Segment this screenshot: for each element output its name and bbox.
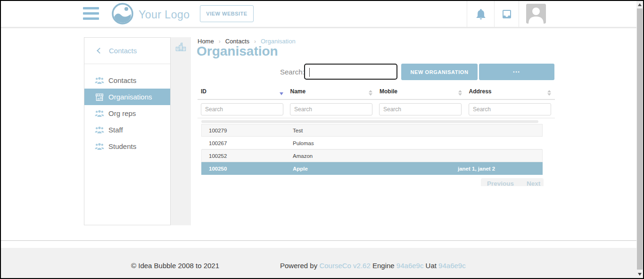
logo-text: Your Logo (139, 8, 190, 21)
sidebar-item-label: Contacts (108, 76, 136, 84)
people-group-icon (95, 126, 104, 134)
table-row[interactable]: 100267 Pulomas (201, 137, 543, 149)
global-search-input[interactable] (304, 64, 397, 80)
table-row[interactable]: 100279 Test (201, 124, 543, 137)
sort-desc-icon (280, 90, 283, 95)
sidebar-item-organisations[interactable]: Organisations (84, 89, 170, 105)
user-avatar[interactable] (526, 4, 546, 24)
logo[interactable]: Your Logo (111, 2, 190, 27)
sidebar-item-contacts[interactable]: Contacts (84, 72, 170, 89)
column-header-address[interactable]: Address (466, 88, 555, 98)
sidebar-collapsed-strip (171, 37, 191, 225)
content-bottom-divider (1, 240, 636, 241)
horizontal-scrollbar[interactable] (201, 120, 538, 123)
sidebar: Contacts Contacts (84, 37, 171, 225)
powered-by-text: Powered by CourseCo v2.62 Engine 94a6e9c… (280, 262, 466, 270)
pagination-next-button[interactable]: Next (527, 180, 540, 186)
vertical-scrollbar[interactable] (636, 1, 643, 278)
header-divider (494, 1, 495, 27)
filter-input-address[interactable] (469, 103, 551, 115)
filter-input-name[interactable] (290, 103, 372, 115)
table-row-selected[interactable]: 100250 Apple janet 1, janet 2 (201, 162, 543, 175)
header-divider (519, 1, 519, 27)
uat-hash-link[interactable]: 94a6e9c (438, 262, 466, 270)
filter-input-mobile[interactable] (379, 103, 462, 115)
sidebar-item-staff[interactable]: Staff (84, 122, 170, 138)
sidebar-back-header[interactable]: Contacts (84, 38, 170, 64)
header-divider (467, 1, 467, 27)
table-row[interactable]: 100252 Amazon (201, 149, 543, 162)
sidebar-item-label: Students (108, 142, 136, 150)
sidebar-menu: Contacts Organisations (84, 64, 170, 155)
footer: © Idea Bubble 2008 to 2021 Powered by Co… (1, 248, 636, 278)
storefront-icon (95, 93, 104, 101)
people-group-icon (95, 109, 104, 118)
more-actions-button[interactable]: ••• (479, 64, 554, 80)
inbox-icon[interactable] (501, 8, 513, 22)
text-caret (309, 68, 310, 77)
filter-input-id[interactable] (201, 103, 283, 115)
scroll-up-arrow-icon[interactable] (638, 3, 642, 6)
sidebar-item-label: Organisations (108, 93, 152, 101)
search-label: Search: (280, 68, 305, 76)
sort-both-icon (547, 90, 551, 96)
logo-image-icon (111, 2, 134, 27)
copyright-text: © Idea Bubble 2008 to 2021 (131, 262, 219, 270)
table-header: ID Name Mobile Address (198, 88, 555, 98)
column-header-mobile[interactable]: Mobile (376, 88, 466, 98)
sidebar-item-org-reps[interactable]: Org reps (84, 105, 170, 122)
table-header-divider (198, 99, 555, 100)
column-header-name[interactable]: Name (287, 88, 377, 98)
filters-divider (198, 118, 555, 118)
top-header: Your Logo VIEW WEBSITE (1, 1, 636, 28)
people-group-icon (95, 142, 104, 151)
engine-hash-link[interactable]: 94a6e9c (396, 262, 424, 270)
scroll-down-arrow-icon[interactable] (638, 273, 642, 276)
scrollbar-thumb[interactable] (637, 8, 643, 270)
sidebar-item-students[interactable]: Students (84, 138, 170, 155)
column-header-id[interactable]: ID (198, 88, 287, 98)
pagination: Previous Next (481, 178, 544, 186)
hamburger-menu-icon[interactable] (83, 7, 99, 21)
sidebar-section-title: Contacts (109, 47, 137, 55)
app-window: Your Logo VIEW WEBSITE Contac (0, 0, 644, 279)
new-organisation-button[interactable]: NEW ORGANISATION (401, 64, 478, 80)
courseco-version-link[interactable]: CourseCo v2.62 (319, 262, 370, 270)
sidebar-item-label: Org reps (108, 109, 136, 117)
view-website-button[interactable]: VIEW WEBSITE (200, 5, 254, 22)
chevron-left-icon (97, 48, 103, 54)
table-body: 100279 Test 100267 Pulomas 100252 Amazon… (201, 124, 543, 175)
table-filter-row (198, 103, 555, 116)
page-title: Organisation (197, 44, 278, 59)
sort-both-icon (458, 90, 462, 96)
school-building-icon[interactable] (175, 41, 186, 55)
sort-both-icon (369, 90, 372, 96)
pagination-previous-button[interactable]: Previous (487, 180, 514, 186)
people-group-icon (95, 76, 104, 85)
sidebar-item-label: Staff (108, 126, 123, 134)
notifications-bell-icon[interactable] (475, 8, 487, 23)
